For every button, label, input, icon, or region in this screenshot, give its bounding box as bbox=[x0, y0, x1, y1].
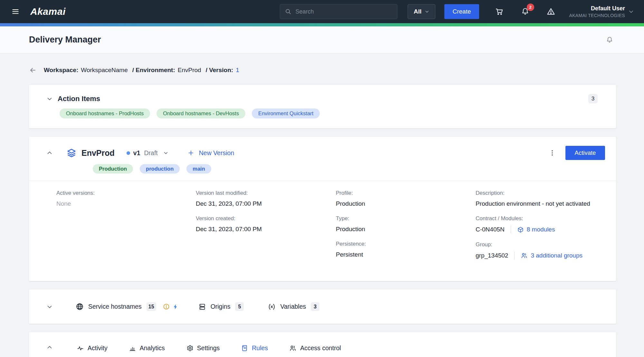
active-versions-label: Active versions: bbox=[56, 190, 196, 196]
service-hostnames-item[interactable]: Service hostnames 15 bbox=[75, 302, 179, 311]
alert-triangle-icon[interactable] bbox=[546, 7, 556, 16]
contract-value: C-0N405N bbox=[476, 226, 505, 233]
tag: production bbox=[140, 164, 180, 174]
page-title: Delivery Manager bbox=[29, 35, 101, 45]
activity-icon bbox=[77, 344, 84, 352]
action-items-title: Action Items bbox=[58, 95, 100, 103]
version-number: v1 bbox=[133, 149, 140, 157]
page-header: Delivery Manager bbox=[0, 26, 644, 53]
cart-icon[interactable] bbox=[495, 7, 504, 16]
breadcrumb: Workspace: WorkspaceName / Environment: … bbox=[0, 66, 644, 74]
notifications-bell-icon[interactable]: 2 bbox=[520, 7, 530, 16]
action-item-pill[interactable]: Environment Quickstart bbox=[252, 108, 320, 118]
tab-rules[interactable]: Rules bbox=[237, 344, 272, 357]
warning-circle-icon bbox=[163, 303, 170, 310]
version-selector[interactable]: v1 Draft bbox=[127, 149, 169, 157]
servers-icon bbox=[198, 303, 206, 311]
breadcrumb-workspace-label: Workspace: bbox=[44, 67, 78, 74]
akamai-logo[interactable]: Akamai bbox=[30, 6, 66, 17]
scope-value: All bbox=[414, 8, 421, 15]
tab-settings[interactable]: Settings bbox=[182, 344, 224, 357]
breadcrumb-environment-label: / Environment: bbox=[132, 67, 175, 74]
breadcrumb-workspace-value: WorkspaceName bbox=[81, 67, 128, 74]
environment-details: Active versions: None Version last modif… bbox=[29, 181, 616, 281]
kebab-menu-icon[interactable] bbox=[549, 149, 556, 156]
action-item-pill[interactable]: Onboard hostnames - DevHosts bbox=[156, 108, 245, 118]
group-label: Group: bbox=[476, 241, 608, 248]
variables-icon bbox=[268, 303, 276, 311]
resources-summary-card: Service hostnames 15 Origins 5 Variables… bbox=[29, 289, 616, 324]
action-items-count-badge: 3 bbox=[588, 94, 598, 103]
create-button[interactable]: Create bbox=[444, 4, 479, 19]
version-status: Draft bbox=[144, 149, 158, 157]
group-value: grp_134502 bbox=[476, 252, 508, 259]
chevron-down-icon bbox=[163, 150, 169, 156]
description-label: Description: bbox=[476, 190, 608, 196]
type-label: Type: bbox=[336, 215, 476, 222]
search-scope-select[interactable]: All bbox=[408, 4, 435, 19]
global-search[interactable] bbox=[280, 4, 397, 19]
divider bbox=[514, 252, 515, 259]
brand-gradient-bar bbox=[0, 23, 644, 26]
detail-tabs-card: Activity Analytics Settings Rules bbox=[29, 332, 616, 357]
description-value: Production environment - not yet activat… bbox=[476, 200, 608, 207]
environment-card: EnvProd v1 Draft New Version bbox=[29, 137, 616, 281]
chevron-down-icon[interactable] bbox=[46, 95, 53, 102]
arrow-left-icon[interactable] bbox=[29, 66, 37, 74]
action-item-pill[interactable]: Onboard hostnames - ProdHosts bbox=[60, 108, 150, 118]
origins-item[interactable]: Origins 5 bbox=[198, 302, 244, 311]
search-input[interactable] bbox=[295, 8, 393, 15]
origins-count: 5 bbox=[235, 302, 244, 311]
modules-link[interactable]: 8 modules bbox=[517, 226, 555, 233]
settings-gear-icon bbox=[186, 344, 194, 352]
new-version-button[interactable]: New Version bbox=[187, 149, 234, 157]
active-versions-value: None bbox=[56, 200, 196, 207]
breadcrumb-version-link[interactable]: 1 bbox=[236, 67, 239, 74]
analytics-icon bbox=[129, 344, 136, 352]
breadcrumb-environment-value: EnvProd bbox=[178, 67, 201, 74]
chevron-down-icon bbox=[424, 9, 430, 14]
action-items-list: Onboard hostnames - ProdHosts Onboard ho… bbox=[60, 108, 598, 118]
access-control-icon bbox=[289, 344, 297, 352]
menu-icon[interactable] bbox=[9, 5, 22, 18]
tab-activity[interactable]: Activity bbox=[72, 344, 112, 357]
persistence-value: Persistent bbox=[336, 251, 476, 258]
user-org: AKAMAI TECHNOLOGIES bbox=[569, 13, 625, 18]
type-value: Production bbox=[336, 226, 476, 233]
variables-label: Variables bbox=[280, 303, 306, 310]
version-created-value: Dec 31, 2023, 07:00 PM bbox=[196, 226, 336, 233]
tag: main bbox=[186, 164, 211, 174]
divider bbox=[511, 226, 511, 233]
origins-label: Origins bbox=[211, 303, 231, 310]
user-menu[interactable]: Default User AKAMAI TECHNOLOGIES bbox=[569, 5, 625, 18]
variables-count: 3 bbox=[311, 302, 319, 311]
lightning-icon bbox=[172, 304, 179, 310]
tab-access-control[interactable]: Access control bbox=[285, 344, 345, 357]
service-hostnames-label: Service hostnames bbox=[88, 303, 142, 310]
environment-tags: Production production main bbox=[93, 164, 605, 174]
action-items-card: Action Items 3 Onboard hostnames - ProdH… bbox=[29, 85, 616, 128]
activate-button[interactable]: Activate bbox=[565, 146, 605, 160]
status-dot bbox=[127, 151, 130, 155]
search-icon bbox=[285, 8, 292, 15]
additional-groups-link[interactable]: 3 additional groups bbox=[521, 252, 582, 259]
version-created-label: Version created: bbox=[196, 215, 336, 222]
chevron-up-icon[interactable] bbox=[46, 344, 53, 351]
last-modified-value: Dec 31, 2023, 07:00 PM bbox=[196, 200, 336, 207]
persistence-label: Persistence: bbox=[336, 241, 476, 247]
breadcrumb-version-label: / Version: bbox=[206, 67, 233, 74]
tab-analytics[interactable]: Analytics bbox=[125, 344, 169, 357]
chevron-down-icon[interactable] bbox=[46, 303, 53, 310]
globe-icon bbox=[75, 302, 84, 311]
environment-name: EnvProd bbox=[81, 148, 115, 158]
navbar-icon-group: 2 bbox=[495, 7, 556, 16]
chevron-up-icon[interactable] bbox=[46, 149, 53, 156]
package-icon bbox=[517, 226, 524, 233]
plus-icon bbox=[187, 149, 194, 156]
bell-icon[interactable] bbox=[605, 36, 614, 44]
variables-item[interactable]: Variables 3 bbox=[268, 302, 319, 311]
last-modified-label: Version last modified: bbox=[196, 190, 336, 196]
contract-modules-label: Contract / Modules: bbox=[476, 215, 608, 222]
service-hostnames-count: 15 bbox=[147, 302, 156, 311]
user-name: Default User bbox=[569, 5, 625, 12]
